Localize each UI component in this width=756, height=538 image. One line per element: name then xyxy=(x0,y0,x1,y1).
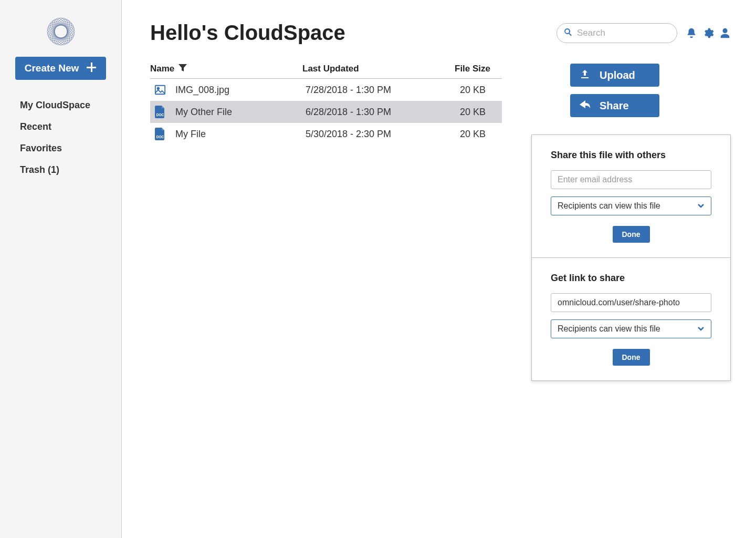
svg-point-5 xyxy=(51,17,70,46)
share-section-title: Share this file with others xyxy=(551,150,711,161)
upload-label: Upload xyxy=(600,69,635,81)
sidebar-item-my-cloudspace[interactable]: My CloudSpace xyxy=(20,95,121,116)
share-panel: Share this file with others Recipients c… xyxy=(531,134,731,381)
file-name: IMG_008.jpg xyxy=(175,85,306,96)
upload-button[interactable]: Upload xyxy=(570,64,659,87)
file-updated: 7/28/2018 - 1:30 PM xyxy=(306,85,458,96)
sidebar: Create New My CloudSpace Recent Favorite… xyxy=(0,0,122,538)
permission-select-label: Recipients can view this file xyxy=(558,201,660,211)
sidebar-item-recent[interactable]: Recent xyxy=(20,116,121,138)
file-name: My File xyxy=(175,129,306,140)
gear-icon[interactable] xyxy=(702,27,714,39)
sidebar-nav: My CloudSpace Recent Favorites Trash (1) xyxy=(0,95,121,181)
svg-point-1 xyxy=(46,22,75,42)
svg-point-13 xyxy=(158,87,160,89)
sidebar-item-trash[interactable]: Trash (1) xyxy=(20,159,121,181)
svg-point-11 xyxy=(46,22,75,42)
share-with-others-section: Share this file with others Recipients c… xyxy=(532,135,730,257)
svg-point-7 xyxy=(51,17,70,46)
page-title: Hello's CloudSpace xyxy=(150,21,345,45)
svg-point-6 xyxy=(55,18,67,45)
column-header-size[interactable]: File Size xyxy=(455,64,502,74)
file-name: My Other File xyxy=(175,107,306,118)
share-link-input[interactable] xyxy=(551,293,711,312)
table-row[interactable]: IMG_008.jpg 7/28/2018 - 1:30 PM 20 KB xyxy=(150,79,502,101)
file-size: 20 KB xyxy=(458,85,502,96)
app-logo xyxy=(45,16,77,47)
share-done-button[interactable]: Done xyxy=(613,226,650,243)
create-new-label: Create New xyxy=(25,63,79,74)
table-row[interactable]: DOC My Other File 6/28/2018 - 1:30 PM 20… xyxy=(150,101,502,123)
file-size: 20 KB xyxy=(458,107,502,118)
link-permission-select[interactable]: Recipients can view this file xyxy=(551,319,711,338)
doc-file-icon: DOC xyxy=(153,127,167,141)
column-header-name[interactable]: Name xyxy=(150,64,302,74)
content-row: Name Last Updated File Size IMG_008.jpg … xyxy=(150,64,731,145)
svg-text:DOC: DOC xyxy=(156,135,164,139)
link-section-title: Get link to share xyxy=(551,273,711,284)
action-column: Upload Share xyxy=(570,64,659,117)
svg-text:DOC: DOC xyxy=(156,113,164,117)
get-link-section: Get link to share Recipients can view th… xyxy=(532,257,730,380)
email-input[interactable] xyxy=(551,170,711,189)
file-table: Name Last Updated File Size IMG_008.jpg … xyxy=(150,64,502,145)
main-area: Hello's CloudSpace xyxy=(122,0,756,538)
header: Hello's CloudSpace xyxy=(150,21,731,45)
permission-select[interactable]: Recipients can view this file xyxy=(551,196,711,215)
share-label: Share xyxy=(600,100,629,112)
column-header-updated[interactable]: Last Updated xyxy=(302,64,455,74)
share-button[interactable]: Share xyxy=(570,94,659,117)
column-name-label: Name xyxy=(150,64,174,74)
search-icon xyxy=(564,28,572,38)
image-file-icon xyxy=(153,83,167,97)
search-wrap xyxy=(556,23,677,43)
chevron-down-icon xyxy=(697,201,705,211)
link-permission-label: Recipients can view this file xyxy=(558,324,660,334)
link-done-button[interactable]: Done xyxy=(613,349,650,366)
sidebar-item-favorites[interactable]: Favorites xyxy=(20,138,121,159)
filter-icon[interactable] xyxy=(178,64,187,74)
file-updated: 5/30/2018 - 2:30 PM xyxy=(306,129,458,140)
svg-point-0 xyxy=(47,25,75,38)
bell-icon[interactable] xyxy=(686,27,697,39)
share-icon xyxy=(580,100,590,112)
doc-file-icon: DOC xyxy=(153,105,167,119)
header-icons xyxy=(686,27,731,39)
table-row[interactable]: DOC My File 5/30/2018 - 2:30 PM 20 KB xyxy=(150,123,502,145)
upload-icon xyxy=(580,69,590,82)
table-header: Name Last Updated File Size xyxy=(150,64,502,79)
chevron-down-icon xyxy=(697,324,705,334)
user-icon[interactable] xyxy=(719,27,731,39)
plus-icon xyxy=(86,62,97,75)
search-input[interactable] xyxy=(556,23,677,43)
file-size: 20 KB xyxy=(458,129,502,140)
file-updated: 6/28/2018 - 1:30 PM xyxy=(306,107,458,118)
header-right xyxy=(556,23,731,43)
create-new-button[interactable]: Create New xyxy=(15,57,107,80)
